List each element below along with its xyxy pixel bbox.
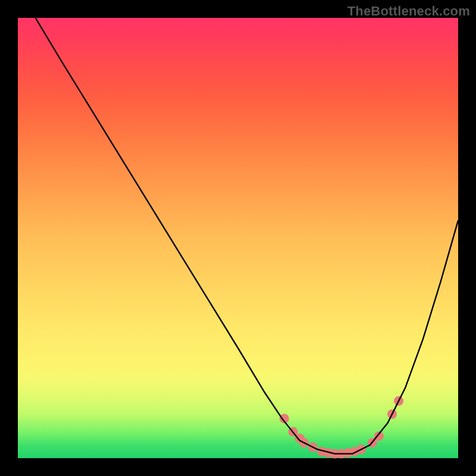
watermark-text: TheBottleneck.com <box>347 4 470 19</box>
chart-frame: TheBottleneck.com <box>0 0 476 476</box>
plot-area <box>18 18 458 458</box>
curve-path <box>36 18 458 454</box>
chart-svg <box>18 18 458 458</box>
